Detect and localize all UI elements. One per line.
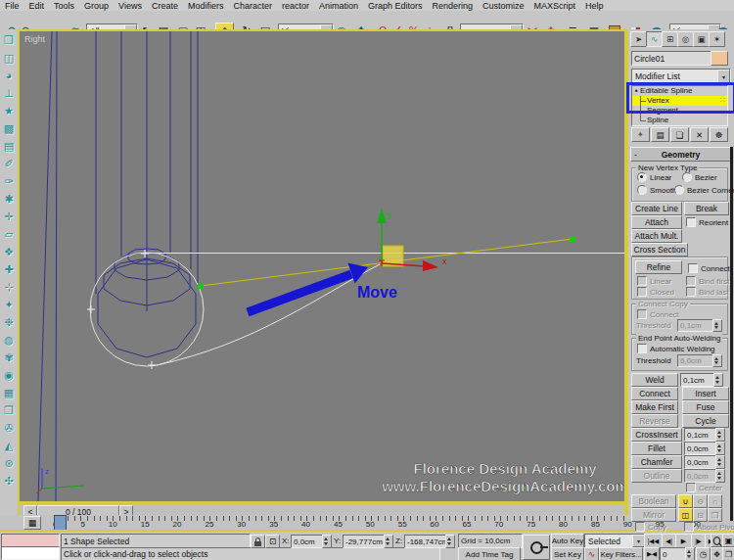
fillet-spinner[interactable]	[715, 442, 725, 455]
tab-hierarchy[interactable]: ⊞	[662, 31, 678, 47]
zoom-extents-icon[interactable]: ▣	[722, 534, 734, 547]
mini-curve-editor-button[interactable]: ▦	[23, 516, 41, 530]
left-toolbar-icon[interactable]: ⊥	[1, 85, 17, 101]
remove-modifier-button[interactable]: ✕	[690, 127, 709, 142]
left-toolbar-icon[interactable]: ▤	[1, 138, 17, 154]
vertex-endpoint[interactable]	[570, 236, 575, 242]
left-toolbar-icon[interactable]: ❐	[1, 402, 17, 418]
refine-button[interactable]: Refine	[635, 260, 682, 274]
configure-modifier-sets-button[interactable]: ☸	[710, 127, 728, 142]
track-bar[interactable]: ▦ 05101520253035404550556065707580859095…	[0, 515, 734, 530]
cross-insert-field[interactable]: 0,1cm	[684, 428, 719, 442]
threshold-spinner[interactable]	[712, 354, 722, 367]
key-filters-button[interactable]: Key Filters...	[599, 547, 643, 560]
viewport-canvas[interactable]: y x Move Florence Design Academy www.Flo…	[20, 31, 624, 501]
next-frame-button[interactable]: |▶	[691, 534, 706, 548]
left-toolbar-icon[interactable]: ✱	[1, 191, 17, 207]
absolute-mode-toggle[interactable]: ⊡	[265, 535, 280, 548]
fillet-field[interactable]: 0,0cm	[684, 442, 719, 455]
left-toolbar-icon[interactable]: ▱	[1, 226, 17, 242]
left-toolbar-icon[interactable]: ✣	[1, 473, 17, 489]
x-spinner[interactable]	[322, 535, 332, 548]
play-button[interactable]: ▶	[675, 534, 692, 548]
maxscript-mini-listener-white[interactable]	[1, 546, 60, 560]
left-toolbar-icon[interactable]: ✚	[1, 261, 17, 277]
x-coordinate-field[interactable]: 0,0cm	[291, 535, 326, 548]
bezier-corner-radio[interactable]: Bezier Corner	[674, 185, 734, 195]
linear-radio[interactable]: Linear	[637, 172, 671, 182]
menu-item[interactable]: MAXScript	[529, 0, 581, 12]
add-time-tag-button[interactable]: Add Time Tag	[458, 547, 521, 560]
cross-insert-button[interactable]: CrossInsert	[631, 428, 682, 442]
left-toolbar-icon[interactable]: ▦	[1, 385, 17, 400]
welding-threshold-field[interactable]: 6,0cm	[677, 354, 716, 367]
menu-item[interactable]: Group	[79, 0, 114, 12]
connect-checkbox[interactable]: Connect	[688, 263, 730, 273]
menu-item[interactable]: Modifiers	[183, 0, 229, 12]
default-in-out-tangents-icon[interactable]: ∿	[584, 547, 599, 560]
menu-item[interactable]: File	[0, 0, 24, 12]
left-toolbar-icon[interactable]: ◍	[1, 332, 17, 348]
set-key-button[interactable]: Set Key	[551, 547, 584, 560]
menu-item[interactable]: Help	[580, 0, 609, 12]
tab-motion[interactable]: ◎	[677, 31, 694, 47]
go-to-start-button[interactable]: |◀◀	[644, 534, 663, 548]
connect-button[interactable]: Connect	[631, 387, 678, 400]
cycle-button[interactable]: Cycle	[682, 414, 729, 428]
object-color-swatch[interactable]	[711, 51, 728, 66]
menu-item[interactable]: Animation	[314, 0, 363, 12]
menu-item[interactable]: Rendering	[428, 0, 479, 12]
left-toolbar-icon[interactable]: ⊹	[1, 279, 17, 295]
cross-insert-spinner[interactable]	[715, 428, 725, 442]
fillet-button[interactable]: Fillet	[631, 442, 682, 455]
tab-utilities[interactable]: ✶	[709, 31, 725, 47]
menu-item[interactable]: reactor	[277, 0, 314, 12]
set-keys-button[interactable]	[523, 535, 550, 560]
chamfer-field[interactable]: 0,0cm	[684, 455, 719, 469]
left-toolbar-icon[interactable]: ❉	[1, 314, 17, 330]
time-configuration-button[interactable]: ◷	[696, 547, 711, 560]
stack-item-spline[interactable]: Spline	[632, 116, 727, 125]
chamfer-button[interactable]: Chamfer	[631, 455, 682, 469]
selection-lock-toggle[interactable]	[251, 535, 265, 548]
automatic-welding-checkbox[interactable]: Automatic Welding	[637, 344, 715, 353]
object-name-field[interactable]: Circle01	[631, 51, 711, 66]
insert-button[interactable]: Insert	[682, 387, 729, 400]
weld-spinner[interactable]	[713, 373, 723, 387]
tab-display[interactable]: ▣	[693, 31, 710, 47]
left-toolbar-icon[interactable]: ◫	[1, 50, 17, 66]
menu-item[interactable]: Graph Editors	[363, 0, 428, 12]
show-end-result-button[interactable]: ▤	[651, 127, 669, 142]
menu-item[interactable]: Edit	[24, 0, 50, 12]
left-toolbar-icon[interactable]: ◕	[1, 68, 17, 83]
viewport-label[interactable]: Right	[24, 34, 45, 44]
smooth-radio[interactable]: Smooth	[637, 185, 677, 195]
left-toolbar-icon[interactable]: ✾	[1, 350, 17, 365]
weld-button[interactable]: Weld	[631, 373, 678, 387]
left-toolbar-icon[interactable]: ◭	[1, 438, 17, 453]
tab-modify[interactable]: ∿	[646, 31, 663, 47]
y-coordinate-field[interactable]: -29,777cm	[343, 535, 388, 548]
geometry-rollout-header[interactable]: - Geometry	[630, 147, 731, 162]
menu-item[interactable]: Customize	[478, 0, 529, 12]
attach-mult-button[interactable]: Attach Mult.	[631, 229, 682, 243]
z-coordinate-field[interactable]: -168,747cm	[404, 535, 449, 548]
menu-item[interactable]: Create	[147, 0, 183, 12]
z-spinner[interactable]	[445, 535, 455, 548]
boolean-union-icon[interactable]: ∪	[678, 494, 693, 508]
left-toolbar-icon[interactable]: ✇	[1, 420, 17, 436]
left-toolbar-icon[interactable]: ★	[1, 103, 17, 118]
frame-spinner[interactable]	[685, 547, 695, 560]
make-first-button[interactable]: Make First	[631, 400, 678, 414]
left-toolbar-icon[interactable]: ❒	[1, 32, 17, 48]
current-frame-marker[interactable]	[54, 515, 67, 531]
cross-section-button[interactable]: Cross Section	[631, 243, 688, 257]
weld-threshold-field[interactable]: 0,1cm	[680, 373, 717, 387]
y-spinner[interactable]	[384, 535, 393, 548]
left-toolbar-icon[interactable]: ✛	[1, 209, 17, 224]
menu-item[interactable]: Views	[114, 0, 147, 12]
pin-stack-button[interactable]: ⌖	[631, 127, 650, 142]
vertex-endpoint[interactable]	[198, 283, 204, 289]
mirror-horizontal-icon[interactable]: ◫	[678, 508, 693, 522]
menu-item[interactable]: Tools	[49, 0, 79, 12]
